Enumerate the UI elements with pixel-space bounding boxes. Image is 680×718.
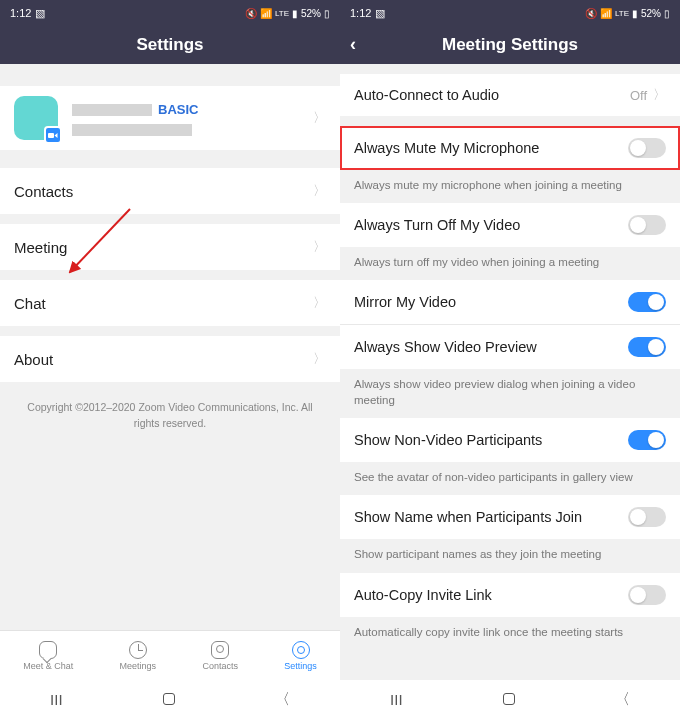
plan-badge: BASIC [158, 102, 198, 117]
avatar [14, 96, 58, 140]
row-desc: Always mute my microphone when joining a… [340, 170, 680, 203]
page-title: Settings [136, 35, 203, 55]
row-desc: Always turn off my video when joining a … [340, 247, 680, 280]
battery-text: 52% [641, 8, 661, 19]
row-label: Always Turn Off My Video [354, 217, 520, 233]
meeting-settings-content: Auto-Connect to Audio Off 〉 Always Mute … [340, 64, 680, 680]
zoom-badge-icon [44, 126, 62, 144]
tab-meet-chat[interactable]: Meet & Chat [23, 641, 73, 671]
chevron-right-icon: 〉 [313, 182, 326, 200]
back-button[interactable]: 〈 [275, 690, 290, 709]
menu-label: About [14, 351, 53, 368]
lte-icon: LTE [615, 9, 629, 18]
row-desc: Show participant names as they join the … [340, 539, 680, 572]
menu-label: Meeting [14, 239, 67, 256]
chevron-right-icon: 〉 [313, 109, 326, 127]
row-label: Auto-Connect to Audio [354, 87, 499, 103]
back-icon[interactable]: ‹ [350, 34, 356, 55]
phone-left: 1:12 ▧ 🔇 📶 LTE ▮ 52% ▯ Settings BASIC 〉 [0, 0, 340, 718]
chat-icon [39, 641, 57, 659]
toggle-switch[interactable] [628, 585, 666, 605]
row-label: Always Mute My Microphone [354, 140, 539, 156]
signal-icon: ▮ [292, 8, 298, 19]
menu-label: Chat [14, 295, 46, 312]
battery-icon: ▯ [664, 8, 670, 19]
android-navbar: III 〈 [0, 680, 340, 718]
gear-icon [292, 641, 310, 659]
toggle-switch[interactable] [628, 138, 666, 158]
row-show-non-video[interactable]: Show Non-Video Participants [340, 418, 680, 462]
tab-label: Settings [284, 661, 317, 671]
settings-content: BASIC 〉 Contacts 〉 Meeting 〉 Chat 〉 Abou… [0, 64, 340, 630]
menu-chat[interactable]: Chat 〉 [0, 280, 340, 326]
row-label: Show Non-Video Participants [354, 432, 542, 448]
row-always-turn-off-video[interactable]: Always Turn Off My Video [340, 203, 680, 247]
chevron-right-icon: 〉 [313, 238, 326, 256]
row-show-video-preview[interactable]: Always Show Video Preview [340, 325, 680, 369]
tab-meetings[interactable]: Meetings [120, 641, 157, 671]
row-value: Off [630, 88, 647, 103]
back-button[interactable]: 〈 [615, 690, 630, 709]
copyright-text: Copyright ©2012–2020 Zoom Video Communic… [0, 382, 340, 450]
contacts-icon [211, 641, 229, 659]
redacted-name [72, 104, 152, 116]
android-navbar: III 〈 [340, 680, 680, 718]
status-bar: 1:12 ▧ 🔇 📶 LTE ▮ 52% ▯ [340, 0, 680, 26]
clock-icon [129, 641, 147, 659]
recent-apps-button[interactable]: III [390, 691, 403, 708]
picture-icon: ▧ [35, 7, 45, 20]
wifi-icon: 📶 [260, 8, 272, 19]
battery-icon: ▯ [324, 8, 330, 19]
row-label: Mirror My Video [354, 294, 456, 310]
lte-icon: LTE [275, 9, 289, 18]
mute-icon: 🔇 [585, 8, 597, 19]
home-button[interactable] [503, 693, 515, 705]
menu-contacts[interactable]: Contacts 〉 [0, 168, 340, 214]
row-label: Auto-Copy Invite Link [354, 587, 492, 603]
redacted-email [72, 124, 192, 136]
page-title: Meeting Settings [442, 35, 578, 55]
picture-icon: ▧ [375, 7, 385, 20]
home-button[interactable] [163, 693, 175, 705]
row-desc: See the avatar of non-video participants… [340, 462, 680, 495]
row-desc: Always show video preview dialog when jo… [340, 369, 680, 418]
tab-contacts[interactable]: Contacts [202, 641, 238, 671]
row-label: Always Show Video Preview [354, 339, 537, 355]
profile-row[interactable]: BASIC 〉 [0, 86, 340, 150]
menu-about[interactable]: About 〉 [0, 336, 340, 382]
phone-right: 1:12 ▧ 🔇 📶 LTE ▮ 52% ▯ ‹ Meeting Setting… [340, 0, 680, 718]
tab-label: Meetings [120, 661, 157, 671]
toggle-switch[interactable] [628, 430, 666, 450]
status-bar: 1:12 ▧ 🔇 📶 LTE ▮ 52% ▯ [0, 0, 340, 26]
row-auto-connect-audio[interactable]: Auto-Connect to Audio Off 〉 [340, 74, 680, 116]
toggle-switch[interactable] [628, 507, 666, 527]
clock-text: 1:12 [10, 7, 31, 19]
row-auto-copy-invite[interactable]: Auto-Copy Invite Link [340, 573, 680, 617]
battery-text: 52% [301, 8, 321, 19]
tab-label: Contacts [202, 661, 238, 671]
title-bar: Settings [0, 26, 340, 64]
chevron-right-icon: 〉 [313, 350, 326, 368]
menu-label: Contacts [14, 183, 73, 200]
tab-settings[interactable]: Settings [284, 641, 317, 671]
row-label: Show Name when Participants Join [354, 509, 582, 525]
toggle-switch[interactable] [628, 337, 666, 357]
mute-icon: 🔇 [245, 8, 257, 19]
svg-rect-0 [48, 133, 54, 138]
clock-text: 1:12 [350, 7, 371, 19]
row-always-mute-mic[interactable]: Always Mute My Microphone [340, 126, 680, 170]
signal-icon: ▮ [632, 8, 638, 19]
chevron-right-icon: 〉 [313, 294, 326, 312]
row-desc: Automatically copy invite link once the … [340, 617, 680, 650]
row-mirror-video[interactable]: Mirror My Video [340, 280, 680, 324]
bottom-tabs: Meet & Chat Meetings Contacts Settings [0, 630, 340, 680]
chevron-right-icon: 〉 [653, 86, 666, 104]
recent-apps-button[interactable]: III [50, 691, 63, 708]
toggle-switch[interactable] [628, 215, 666, 235]
toggle-switch[interactable] [628, 292, 666, 312]
menu-meeting[interactable]: Meeting 〉 [0, 224, 340, 270]
title-bar: ‹ Meeting Settings [340, 26, 680, 64]
row-show-name-join[interactable]: Show Name when Participants Join [340, 495, 680, 539]
wifi-icon: 📶 [600, 8, 612, 19]
